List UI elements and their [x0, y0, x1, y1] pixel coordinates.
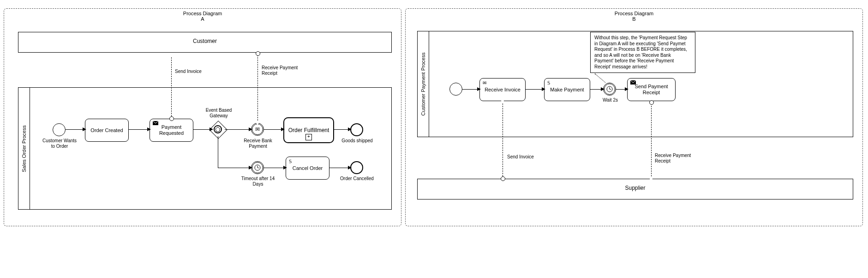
arrow-icon	[477, 87, 481, 91]
seq-flow	[264, 168, 286, 168]
envelope-filled-icon	[153, 121, 158, 127]
seq-flow	[129, 129, 150, 130]
bpmn-canvas: Process Diagram A Customer Sales Order P…	[0, 0, 868, 278]
gateway-label: Event Based Gateway	[203, 108, 235, 118]
seq-flow	[193, 129, 212, 130]
pool-customer-a-label: Customer	[18, 32, 391, 50]
seq-flow	[225, 129, 251, 130]
msg-start-icon	[501, 176, 505, 181]
task-receive-invoice: ✉ Receive Invoice	[479, 78, 526, 101]
subprocess-order-fulfillment: Order Fulfillment +	[283, 117, 334, 143]
arrow-icon	[249, 166, 252, 169]
msg-flow-receipt-b	[651, 103, 652, 179]
group-a-title: Process Diagram A	[4, 11, 401, 22]
arrow-icon	[249, 127, 252, 131]
svg-marker-1	[216, 127, 220, 132]
msg-flow-receive-receipt	[257, 53, 258, 123]
msg-start-icon	[649, 100, 654, 105]
msg-flow-send-invoice	[171, 55, 172, 119]
end-order-cancelled	[350, 161, 363, 174]
msg-arrow-icon	[500, 99, 505, 103]
group-diagram-a: Process Diagram A Customer Sales Order P…	[4, 8, 401, 226]
arrow-icon	[625, 87, 629, 91]
msg-receive-receipt-label: Receive Payment Receipt	[262, 65, 305, 76]
svg-line-7	[610, 89, 611, 90]
script-icon: 𝕊	[289, 159, 292, 164]
clock-icon	[606, 85, 613, 93]
group-b-title: Process Diagram B	[406, 11, 862, 22]
msg-send-invoice-b-label: Send Invoice	[507, 154, 542, 160]
task-order-created: Order Created	[85, 119, 129, 142]
task-receive-invoice-label: Receive Invoice	[485, 87, 521, 93]
seq-flow	[218, 136, 218, 168]
seq-flow	[264, 129, 283, 130]
msg-start-icon	[256, 51, 260, 56]
msg-receipt-b-label: Receive Payment Receipt	[655, 153, 701, 163]
pool-cpp-label: Customer Payment Process	[418, 31, 429, 137]
arrow-icon	[601, 87, 605, 91]
event-receive-bank-label: Receive Bank Payment	[242, 138, 274, 149]
seq-flow	[218, 168, 251, 168]
arrow-icon	[283, 166, 287, 169]
task-make-payment-label: Make Payment	[550, 87, 584, 93]
script-icon: 𝕊	[547, 80, 550, 86]
seq-flow	[66, 129, 85, 130]
task-payment-requested: Payment Requested	[150, 119, 193, 142]
pool-supplier: Supplier	[417, 179, 853, 199]
start-event-a	[53, 123, 66, 136]
task-cancel-order: 𝕊 Cancel Order	[286, 157, 329, 180]
event-wait-2s	[603, 83, 616, 96]
seq-flow	[329, 168, 350, 168]
msg-send-invoice-label: Send Invoice	[175, 69, 207, 74]
end-goods-shipped	[350, 123, 363, 136]
group-diagram-b: Process Diagram B Customer Payment Proce…	[405, 8, 863, 226]
task-send-receipt-label: Send Payment Receipt	[630, 84, 672, 95]
annotation-text: Without this step, the 'Payment Request …	[594, 35, 687, 69]
arrow-icon	[210, 127, 213, 131]
end-cancelled-label: Order Cancelled	[337, 176, 377, 181]
event-timeout-14d	[251, 161, 264, 174]
task-make-payment: 𝕊 Make Payment	[544, 78, 590, 101]
msg-arrow-icon	[649, 177, 653, 181]
arrow-icon	[348, 127, 352, 131]
subprocess-label: Order Fulfillment	[288, 127, 329, 133]
expand-icon: +	[305, 134, 312, 140]
envelope-icon: ✉	[483, 80, 486, 86]
msg-arrow-icon	[169, 53, 174, 56]
pool-sales-order-label: Sales Order Process	[18, 88, 30, 209]
msg-flow-send-invoice-b	[503, 101, 503, 179]
task-send-payment-receipt: Send Payment Receipt	[627, 78, 676, 101]
task-order-created-label: Order Created	[90, 127, 123, 133]
pool-supplier-label: Supplier	[418, 179, 853, 197]
arrow-icon	[542, 87, 545, 91]
arrow-icon	[348, 166, 352, 169]
msg-arrow-icon	[255, 121, 260, 125]
event-timeout-label: Timeout after 14 Days	[239, 176, 276, 187]
gateway-inner-icon	[214, 125, 222, 133]
event-wait-label: Wait 2s	[598, 97, 623, 103]
annotation-note: Without this step, the 'Payment Request …	[590, 32, 695, 73]
arrow-icon	[147, 127, 151, 131]
start-event-b	[449, 83, 462, 96]
envelope-filled-icon	[630, 80, 636, 86]
start-event-a-label: Customer Wants to Order	[41, 138, 78, 149]
task-cancel-label: Cancel Order	[293, 165, 323, 171]
envelope-icon: ✉	[255, 126, 260, 133]
svg-line-4	[257, 168, 259, 168]
arrow-icon	[281, 127, 285, 131]
arrow-icon	[83, 127, 86, 131]
task-payment-requested-label: Payment Requested	[153, 124, 190, 136]
msg-start-icon	[169, 116, 174, 121]
clock-icon	[254, 164, 261, 171]
seq-flow	[526, 89, 544, 90]
end-goods-label: Goods shipped	[339, 138, 376, 144]
pool-customer-a: Customer	[18, 32, 392, 53]
